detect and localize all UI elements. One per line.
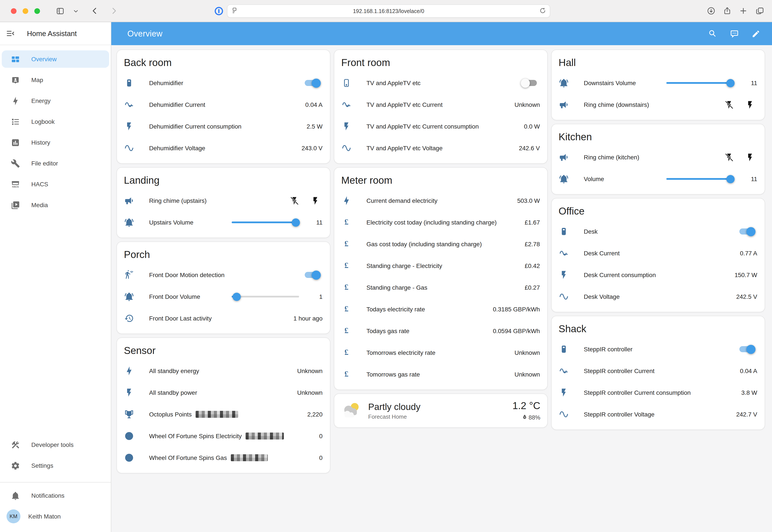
entity-row-dehumidifier-current-consumption[interactable]: Dehumidifier Current consumption2.5 W bbox=[117, 116, 330, 137]
slider-thumb[interactable] bbox=[727, 175, 735, 183]
entity-row-tomorrows-electricity-rate[interactable]: £Tomorrows electricity rateUnknown bbox=[334, 342, 547, 363]
toggle-switch[interactable] bbox=[305, 80, 320, 86]
new-tab-icon[interactable] bbox=[739, 6, 748, 16]
assist-icon[interactable] bbox=[729, 29, 739, 38]
slider-thumb[interactable] bbox=[727, 79, 735, 87]
sidebar-panel-icon[interactable] bbox=[55, 6, 65, 16]
zoom-window-button[interactable] bbox=[34, 8, 40, 14]
slider-fill bbox=[232, 221, 296, 223]
toggle-knob[interactable] bbox=[521, 78, 530, 88]
weather-card[interactable]: Partly cloudyForecast Home1.2 °C88% bbox=[334, 393, 548, 428]
entity-label: TV and AppleTV etc Current consumption bbox=[366, 123, 479, 130]
edit-icon[interactable] bbox=[751, 29, 761, 38]
entity-row-todays-electricity-rate[interactable]: £Todays electricity rate0.3185 GBP/kWh bbox=[334, 298, 547, 320]
slider-thumb[interactable] bbox=[233, 292, 241, 301]
toggle-knob[interactable] bbox=[312, 78, 321, 88]
sidebar-item-notifications[interactable]: Notifications bbox=[2, 487, 109, 504]
entity-row-ring-chime-downstairs-[interactable]: Ring chime (downstairs) bbox=[551, 94, 765, 116]
entity-row-desk[interactable]: Desk bbox=[551, 221, 765, 242]
entity-row-desk-current[interactable]: Desk Current0.77 A bbox=[551, 242, 765, 264]
entity-row-all-standby-power[interactable]: All standby powerUnknown bbox=[117, 382, 330, 403]
search-icon[interactable] bbox=[708, 29, 717, 38]
entity-row-front-door-motion-detection[interactable]: Front Door Motion detection bbox=[117, 264, 330, 286]
entity-row-ring-chime-upstairs-[interactable]: Ring chime (upstairs) bbox=[117, 190, 330, 211]
sidebar-item-overview[interactable]: Overview bbox=[2, 50, 109, 68]
toggle-knob[interactable] bbox=[746, 345, 755, 354]
reader-icon[interactable] bbox=[231, 7, 238, 16]
flash-icon[interactable] bbox=[746, 153, 755, 162]
chevron-down-icon[interactable] bbox=[71, 6, 80, 16]
entity-row-tomorrows-gas-rate[interactable]: £Tomorrows gas rateUnknown bbox=[334, 363, 547, 385]
entity-row-dehumidifier-current[interactable]: Dehumidifier Current0.04 A bbox=[117, 94, 330, 116]
toggle-knob[interactable] bbox=[746, 227, 755, 236]
tabs-overview-icon[interactable] bbox=[755, 6, 765, 16]
sidebar-item-energy[interactable]: Energy bbox=[2, 92, 109, 109]
volume-slider[interactable] bbox=[232, 296, 299, 297]
entity-row-downstairs-volume[interactable]: Downstairs Volume11 bbox=[551, 72, 765, 94]
sidebar: Home Assistant OverviewMapEnergyLogbookH… bbox=[0, 22, 111, 532]
sidebar-item-settings[interactable]: Settings bbox=[2, 457, 109, 474]
toggle-switch[interactable] bbox=[305, 272, 320, 278]
back-icon[interactable] bbox=[90, 6, 99, 16]
entity-row-standing-charge-gas[interactable]: £Standing charge - Gas£0.27 bbox=[334, 277, 547, 298]
flash-icon[interactable] bbox=[746, 100, 755, 109]
sidebar-item-developer-tools[interactable]: Developer tools bbox=[2, 436, 109, 453]
sidebar-item-map[interactable]: Map bbox=[2, 71, 109, 89]
sidebar-item-logbook[interactable]: Logbook bbox=[2, 113, 109, 130]
entity-row-octoplus-points[interactable]: Octoplus Points2,220 bbox=[117, 403, 330, 425]
entity-row-tv-and-appletv-etc-voltage[interactable]: TV and AppleTV etc Voltage242.6 V bbox=[334, 137, 547, 159]
slider-thumb[interactable] bbox=[292, 218, 300, 226]
entity-row-steppir-controller[interactable]: SteppIR controller bbox=[551, 338, 765, 360]
sidebar-item-media[interactable]: Media bbox=[2, 196, 109, 214]
entity-row-electricity-cost-today-including-standing-charge-[interactable]: £Electricity cost today (including stand… bbox=[334, 211, 547, 233]
address-bar[interactable]: 192.168.1.16:8123/lovelace/0 bbox=[227, 5, 550, 17]
entity-row-dehumidifier-voltage[interactable]: Dehumidifier Voltage243.0 V bbox=[117, 137, 330, 159]
entity-row-tv-and-appletv-etc-current-consumption[interactable]: TV and AppleTV etc Current consumption0.… bbox=[334, 116, 547, 137]
sidebar-item-label: Overview bbox=[31, 56, 57, 63]
forward-icon[interactable] bbox=[109, 6, 119, 16]
entity-row-todays-gas-rate[interactable]: £Todays gas rate0.0594 GBP/kWh bbox=[334, 320, 547, 342]
entity-row-steppir-controller-current[interactable]: SteppIR controller Current0.04 A bbox=[551, 360, 765, 382]
sidebar-item-hacs[interactable]: HACSHACS bbox=[2, 175, 109, 193]
onepassword-icon[interactable] bbox=[214, 6, 224, 16]
toggle-switch[interactable] bbox=[522, 80, 537, 86]
entity-row-current-demand-electricity[interactable]: Current demand electricity503.0 W bbox=[334, 190, 547, 211]
toggle-switch[interactable] bbox=[739, 346, 754, 352]
sidebar-item-history[interactable]: History bbox=[2, 134, 109, 151]
entity-row-standing-charge-electricity[interactable]: £Standing charge - Electricity£0.42 bbox=[334, 255, 547, 277]
entity-row-tv-and-appletv-etc[interactable]: TV and AppleTV etc bbox=[334, 72, 547, 94]
flash-off-icon[interactable] bbox=[725, 153, 734, 162]
entity-row-ring-chime-kitchen-[interactable]: Ring chime (kitchen) bbox=[551, 146, 765, 168]
entity-row-gas-cost-today-including-standing-charge-[interactable]: £Gas cost today (including standing char… bbox=[334, 233, 547, 255]
downloads-icon[interactable] bbox=[706, 6, 716, 16]
entity-row-wheel-of-fortune-spins-gas[interactable]: Wheel Of Fortune Spins Gas0 bbox=[117, 447, 330, 469]
volume-slider[interactable] bbox=[666, 178, 734, 180]
sidebar-item-user[interactable]: KM Keith Maton bbox=[2, 508, 109, 525]
close-window-button[interactable] bbox=[11, 8, 17, 14]
flash-off-icon[interactable] bbox=[290, 196, 299, 205]
entity-row-steppir-controller-current-consumption[interactable]: SteppIR controller Current consumption3.… bbox=[551, 382, 765, 403]
volume-slider[interactable] bbox=[232, 221, 299, 223]
entity-row-desk-current-consumption[interactable]: Desk Current consumption150.7 W bbox=[551, 264, 765, 286]
sidebar-item-file-editor[interactable]: File editor bbox=[2, 155, 109, 172]
entity-row-upstairs-volume[interactable]: Upstairs Volume11 bbox=[117, 211, 330, 233]
entity-row-volume[interactable]: Volume11 bbox=[551, 168, 765, 190]
flash-icon[interactable] bbox=[311, 196, 320, 205]
flash-off-icon[interactable] bbox=[725, 100, 734, 109]
toggle-switch[interactable] bbox=[739, 228, 754, 235]
entity-row-all-standby-energy[interactable]: All standby energyUnknown bbox=[117, 360, 330, 382]
entity-row-dehumidifier[interactable]: Dehumidifier bbox=[117, 72, 330, 94]
share-icon[interactable] bbox=[722, 6, 732, 16]
entity-row-wheel-of-fortune-spins-electricity[interactable]: Wheel Of Fortune Spins Electricity0 bbox=[117, 425, 330, 447]
reload-icon[interactable] bbox=[539, 7, 546, 16]
menu-toggle-icon[interactable] bbox=[5, 28, 16, 39]
minimize-window-button[interactable] bbox=[23, 8, 28, 14]
entity-row-steppir-controller-voltage[interactable]: SteppIR controller Voltage242.7 V bbox=[551, 403, 765, 425]
entity-row-tv-and-appletv-etc-current[interactable]: TV and AppleTV etc CurrentUnknown bbox=[334, 94, 547, 116]
entity-row-front-door-last-activity[interactable]: Front Door Last activity1 hour ago bbox=[117, 307, 330, 329]
gbp-icon: £ bbox=[341, 348, 352, 357]
entity-row-front-door-volume[interactable]: Front Door Volume1 bbox=[117, 286, 330, 307]
entity-row-desk-voltage[interactable]: Desk Voltage242.5 V bbox=[551, 286, 765, 307]
toggle-knob[interactable] bbox=[312, 270, 321, 279]
volume-slider[interactable] bbox=[666, 82, 734, 84]
